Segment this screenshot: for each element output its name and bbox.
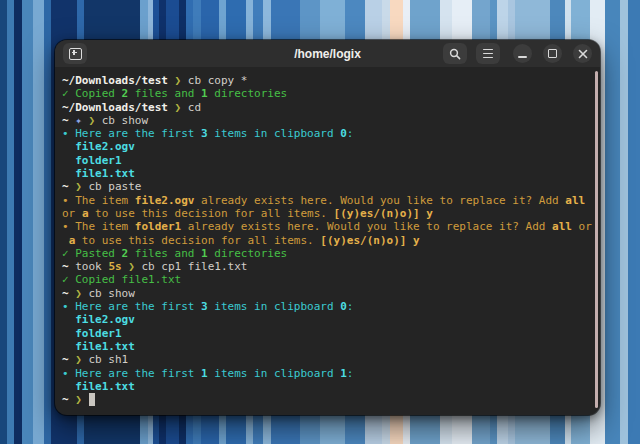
text-segment: cd (181, 101, 201, 114)
text-segment: ❯ (75, 393, 82, 406)
minimize-button[interactable] (513, 44, 532, 63)
text-segment: ~ (62, 353, 69, 366)
wallpaper-stripe (33, 0, 44, 444)
text-segment (168, 74, 175, 87)
text-segment: directories (208, 87, 287, 100)
new-tab-icon (69, 48, 82, 60)
maximize-icon (548, 49, 557, 58)
text-segment: file1.txt (62, 340, 135, 353)
text-segment: all (565, 194, 585, 207)
text-segment: ~ (62, 393, 69, 406)
text-segment: ❯ (75, 287, 82, 300)
terminal-cursor (89, 393, 96, 406)
text-segment: 1 (340, 367, 347, 380)
terminal-line: ✓ Pasted 2 files and 1 directories (62, 247, 590, 260)
text-segment: directories (208, 247, 287, 260)
wallpaper-stripe (620, 0, 628, 444)
text-segment: to use this decision for all items. (75, 234, 320, 247)
text-segment (82, 114, 89, 127)
text-segment: [(y)es/(n)o)] (320, 234, 406, 247)
text-segment: or (572, 220, 592, 233)
terminal-line: file2.ogv (62, 313, 590, 326)
text-segment: cb show (95, 114, 148, 127)
terminal-line: • The item folder1 already exists here. … (62, 220, 590, 233)
text-segment: 1 (201, 367, 208, 380)
text-segment: 0 (340, 127, 347, 140)
terminal-scrollbar[interactable] (595, 71, 598, 408)
text-segment (82, 393, 89, 406)
minimize-icon (518, 56, 527, 58)
terminal-line: folder1 (62, 154, 590, 167)
terminal-line: ✓ Copied file1.txt (62, 273, 590, 286)
text-segment: : (347, 127, 354, 140)
text-segment: folder1 (62, 154, 122, 167)
terminal-line: ✓ Copied 2 files and 1 directories (62, 87, 590, 100)
text-segment: 5s (108, 260, 121, 273)
text-segment: ~/Downloads/test (62, 101, 168, 114)
text-segment: cb sh1 (82, 353, 128, 366)
text-segment: ~ (62, 287, 69, 300)
maximize-button[interactable] (543, 44, 562, 63)
text-segment: folder1 (62, 327, 122, 340)
wallpaper-stripe (605, 0, 620, 444)
text-segment: file1.txt (62, 380, 135, 393)
text-segment: ❯ (75, 353, 82, 366)
close-icon (578, 49, 588, 59)
search-icon (449, 48, 461, 60)
terminal-line: ~ ❯ cb sh1 (62, 353, 590, 366)
text-segment: took (69, 260, 109, 273)
terminal-line: file1.txt (62, 380, 590, 393)
text-segment: already exists here. Would you like to r… (181, 220, 552, 233)
hamburger-menu-icon (483, 49, 493, 59)
text-segment: 1 (201, 247, 208, 260)
text-segment: ✓ Copied file1.txt (62, 273, 181, 286)
terminal-line: ~ ❯ cb show (62, 287, 590, 300)
terminal-line: ~ ❯ (62, 393, 590, 406)
text-segment: ~ (62, 260, 69, 273)
text-segment: • The item (62, 220, 135, 233)
text-segment: 3 (201, 300, 208, 313)
text-segment: 1 (201, 87, 208, 100)
text-segment: folder1 (135, 220, 181, 233)
terminal-window: /home/logix (55, 40, 600, 415)
text-segment: • Here are the first (62, 367, 201, 380)
titlebar[interactable]: /home/logix (55, 40, 600, 67)
text-segment: ~ (62, 180, 69, 193)
text-segment: ~/Downloads/test (62, 74, 168, 87)
text-segment: items in clipboard (208, 300, 340, 313)
menu-button[interactable] (476, 43, 500, 64)
text-segment: • Here are the first (62, 127, 201, 140)
text-segment: • The item (62, 194, 135, 207)
text-segment: items in clipboard (208, 367, 340, 380)
text-segment: file2.ogv (135, 194, 195, 207)
text-segment: cb show (82, 287, 135, 300)
terminal-line: file1.txt (62, 167, 590, 180)
terminal-content[interactable]: ~/Downloads/test ❯ cb copy *✓ Copied 2 f… (55, 67, 600, 415)
titlebar-right-controls (443, 43, 592, 64)
text-segment (62, 234, 69, 247)
text-segment (168, 101, 175, 114)
text-segment: all (552, 220, 572, 233)
text-segment: • Here are the first (62, 300, 201, 313)
terminal-line: file2.ogv (62, 140, 590, 153)
new-tab-button[interactable] (63, 43, 87, 64)
text-segment: ~ (62, 114, 69, 127)
terminal-line: ~/Downloads/test ❯ cb copy * (62, 74, 590, 87)
text-segment: a (82, 207, 89, 220)
text-segment: ✓ Copied (62, 87, 122, 100)
text-segment: 0 (340, 300, 347, 313)
wallpaper-stripe (628, 0, 640, 444)
terminal-line: ~ took 5s ❯ cb cp1 file1.txt (62, 260, 590, 273)
close-button[interactable] (573, 44, 592, 63)
terminal-line: folder1 (62, 327, 590, 340)
text-segment: : (347, 367, 354, 380)
terminal-line: ~ ❯ cb paste (62, 180, 590, 193)
wallpaper-stripe (22, 0, 33, 444)
text-segment: ❯ (128, 260, 135, 273)
search-button[interactable] (443, 43, 467, 64)
text-segment: or (62, 207, 82, 220)
text-segment: items in clipboard (208, 127, 340, 140)
text-segment: cb copy * (181, 74, 247, 87)
terminal-line: file1.txt (62, 340, 590, 353)
wallpaper-stripe (44, 0, 51, 444)
